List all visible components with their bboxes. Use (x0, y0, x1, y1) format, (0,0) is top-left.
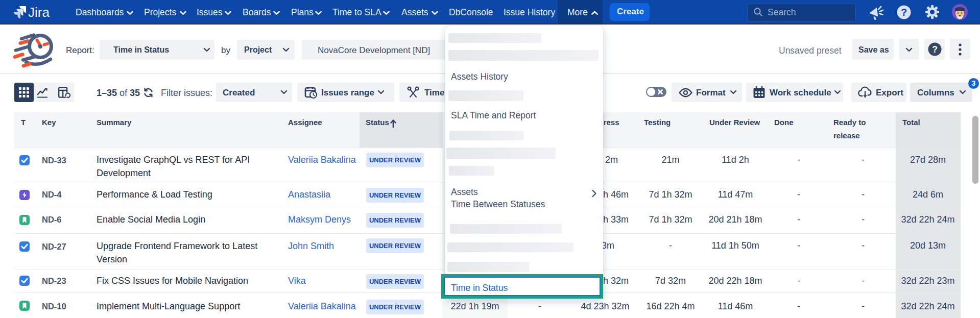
svg-text:?: ? (901, 7, 907, 18)
svg-text:?: ? (932, 44, 938, 55)
